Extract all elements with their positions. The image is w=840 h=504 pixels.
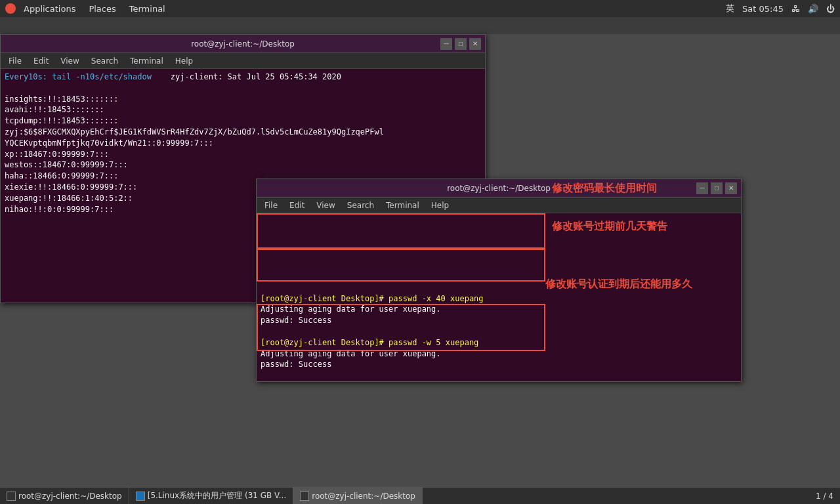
terminal-menubar-2: File Edit View Search Terminal Help: [257, 198, 741, 213]
view-menu-1[interactable]: View: [55, 55, 84, 67]
terminal-title-2: root@zyj-client:~/Desktop: [447, 184, 551, 193]
maximize-button-1[interactable]: □: [455, 38, 467, 50]
close-button-1[interactable]: ✕: [469, 38, 481, 50]
terminal-taskbar-icon-1: [7, 492, 16, 501]
annotation-2: 修改账号过期前几天警告: [552, 220, 667, 234]
desktop: root@zyj-client:~/Desktop ─ □ ✕ File Edi…: [0, 34, 840, 504]
taskbar-item-3[interactable]: root@zyj-client:~/Desktop: [293, 488, 423, 504]
volume-icon: 🔊: [808, 4, 818, 14]
maximize-button-2[interactable]: □: [711, 182, 723, 194]
terminal-menubar-1: File Edit View Search Terminal Help: [1, 53, 485, 69]
language-indicator: 英: [726, 3, 734, 14]
taskbar-item-2[interactable]: [5.Linux系统中的用户管理 (31 GB V...: [129, 488, 294, 504]
annotation-1: 修改密码最长使用时间: [552, 182, 657, 196]
terminal-taskbar-icon-3: [300, 492, 309, 501]
terminal-menu[interactable]: Terminal: [124, 3, 171, 15]
search-menu-1[interactable]: Search: [86, 55, 123, 67]
taskbar-item-1[interactable]: root@zyj-client:~/Desktop: [0, 488, 129, 504]
terminal-menu-2[interactable]: Terminal: [381, 200, 425, 211]
taskbar-label-3: root@zyj-client:~/Desktop: [312, 492, 415, 501]
help-menu-2[interactable]: Help: [426, 200, 454, 211]
app-icon: [5, 3, 16, 14]
terminal-titlebar-1: root@zyj-client:~/Desktop ─ □ ✕: [1, 35, 485, 53]
file-menu-1[interactable]: File: [3, 55, 27, 67]
search-menu-2[interactable]: Search: [342, 200, 379, 211]
network-icon: 🖧: [791, 4, 800, 14]
doc-taskbar-icon: [136, 492, 145, 501]
view-menu-2[interactable]: View: [311, 200, 340, 211]
edit-menu-1[interactable]: Edit: [28, 55, 54, 67]
minimize-button-1[interactable]: ─: [440, 38, 452, 50]
page-indicator: 1 / 4: [816, 492, 833, 501]
clock: Sat 05:45: [742, 4, 784, 14]
terminal-title-1: root@zyj-client:~/Desktop: [191, 39, 295, 49]
terminal-titlebar-2: root@zyj-client:~/Desktop ─ □ ✕: [257, 179, 741, 198]
close-button-2[interactable]: ✕: [725, 182, 737, 194]
annotation-3: 修改账号认证到期后还能用多久: [545, 278, 692, 291]
terminal-body-2[interactable]: [root@zyj-client Desktop]# passwd -x 40 …: [257, 213, 741, 381]
places-menu[interactable]: Places: [83, 3, 121, 15]
terminal-window-2: root@zyj-client:~/Desktop ─ □ ✕ File Edi…: [256, 178, 742, 382]
taskbar-label-1: root@zyj-client:~/Desktop: [18, 492, 122, 501]
help-menu-1[interactable]: Help: [170, 55, 198, 67]
terminal-menu-1[interactable]: Terminal: [125, 55, 169, 67]
top-menubar: Applications Places Terminal 英 Sat 05:45…: [0, 0, 840, 17]
applications-menu[interactable]: Applications: [18, 3, 81, 15]
taskbar-label-2: [5.Linux系统中的用户管理 (31 GB V...: [148, 490, 287, 501]
minimize-button-2[interactable]: ─: [696, 182, 708, 194]
file-menu-2[interactable]: File: [259, 200, 283, 211]
power-icon[interactable]: ⏻: [826, 4, 835, 14]
edit-menu-2[interactable]: Edit: [284, 200, 310, 211]
taskbar: root@zyj-client:~/Desktop [5.Linux系统中的用户…: [0, 487, 840, 504]
